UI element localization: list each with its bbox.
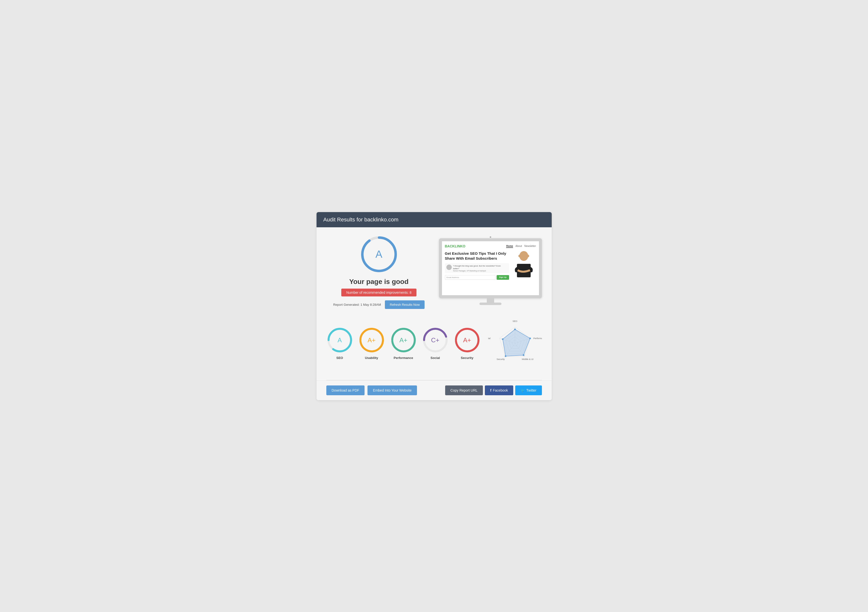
stand-neck [487, 298, 494, 303]
overall-score-section: A Your page is good Number of recommende… [326, 235, 432, 309]
radar-chart: SEO Performance Mobile & UI Security Soc… [488, 319, 542, 368]
monitor-stand [439, 298, 542, 305]
stand-base [479, 303, 502, 305]
score-label-usability: Usability [365, 356, 378, 360]
score-circle-social: C+ [422, 326, 449, 354]
email-input-preview: Email Address [445, 275, 496, 280]
svg-text:Mobile & UI: Mobile & UI [522, 358, 533, 360]
score-item-performance: A+ Performance [390, 326, 417, 360]
refresh-button[interactable]: Refresh Results Now [385, 300, 425, 309]
site-nav-links: Home About Newsletter [506, 245, 536, 248]
svg-point-30 [505, 355, 506, 357]
svg-point-27 [514, 329, 516, 330]
score-grade-performance: A+ [399, 336, 408, 344]
page-status: Your page is good [349, 278, 408, 286]
score-item-usability: A+ Usability [358, 326, 385, 360]
monitor-screen: BACKLINKO Home About Newsletter [439, 238, 542, 298]
site-person [512, 251, 536, 284]
signup-btn-preview: Sign Up [497, 275, 509, 280]
page-title: Audit Results for backlinko.com [323, 216, 398, 223]
facebook-icon: f [490, 388, 491, 392]
person-illustration [512, 251, 536, 283]
email-row: Email Address Sign Up [445, 275, 509, 280]
score-item-social: C+ Social [422, 326, 449, 360]
svg-point-4 [518, 255, 520, 257]
facebook-button[interactable]: f Facebook [485, 385, 513, 395]
overall-grade: A [375, 249, 382, 260]
twitter-button[interactable]: 🐦 Twitter [515, 385, 542, 395]
page-header: Audit Results for backlinko.com [316, 212, 552, 227]
score-circle-usability: A+ [358, 326, 385, 354]
monitor-wrapper: BACKLINKO Home About Newsletter [439, 238, 542, 305]
nav-home: Home [506, 245, 513, 248]
svg-point-5 [527, 255, 529, 257]
score-circle-seo: A [326, 326, 353, 354]
testimonial-author: Kieran Flanagan, VP Marketing at HubSpot [453, 270, 508, 272]
score-grade-usability: A+ [367, 336, 375, 344]
site-headline: Get Exclusive SEO Tips That I Only Share… [445, 251, 509, 261]
report-generated-text: Report Generated: 1 May 8:28AM [333, 303, 381, 306]
footer-right: Copy Report URL f Facebook 🐦 Twitter [445, 385, 542, 395]
site-nav: BACKLINKO Home About Newsletter [445, 244, 536, 248]
footer-section: Download as PDF Embed Into Your Website … [316, 380, 552, 400]
audit-card: Audit Results for backlinko.com A Your p… [316, 212, 552, 400]
overall-circle: A [360, 235, 398, 274]
testimonial-box: "I thought the blog was good. But the ne… [445, 263, 509, 273]
score-circle-performance: A+ [390, 326, 417, 354]
score-item-security: A+ Security [454, 326, 480, 360]
svg-point-28 [529, 337, 531, 339]
radar-container: SEO Performance Mobile & UI Security Soc… [488, 319, 542, 368]
score-grade-security: A+ [463, 336, 471, 344]
main-content: A Your page is good Number of recommende… [316, 227, 552, 380]
improvements-badge: Number of recommended improvements: 8 [341, 289, 416, 297]
score-label-seo: SEO [336, 356, 343, 360]
site-preview: BACKLINKO Home About Newsletter [439, 238, 542, 305]
svg-point-29 [522, 354, 524, 356]
scores-section: A SEO A+ Usability A+ Performance C [326, 316, 542, 373]
nav-about: About [515, 245, 522, 248]
facebook-label: Facebook [493, 388, 508, 392]
score-grade-social: C+ [431, 336, 440, 344]
twitter-icon: 🐦 [521, 388, 525, 392]
twitter-label: Twitter [526, 388, 536, 392]
svg-text:Performance: Performance [533, 337, 542, 340]
svg-text:SEO: SEO [513, 320, 517, 322]
embed-button[interactable]: Embed Into Your Website [367, 385, 417, 395]
score-circle-security: A+ [454, 326, 480, 354]
svg-text:Social: Social [488, 337, 490, 340]
footer-left: Download as PDF Embed Into Your Website [326, 385, 417, 395]
score-label-security: Security [461, 356, 473, 360]
svg-point-31 [502, 339, 504, 340]
download-pdf-button[interactable]: Download as PDF [326, 385, 365, 395]
score-label-social: Social [431, 356, 440, 360]
site-logo: BACKLINKO [445, 244, 465, 248]
top-section: A Your page is good Number of recommende… [326, 235, 542, 309]
nav-newsletter: Newsletter [524, 245, 536, 248]
score-grade-seo: A [338, 336, 342, 344]
score-item-seo: A SEO [326, 326, 353, 360]
monitor-inner: BACKLINKO Home About Newsletter [442, 241, 539, 295]
score-label-performance: Performance [394, 356, 413, 360]
site-hero: Get Exclusive SEO Tips That I Only Share… [445, 251, 536, 284]
testimonial-avatar [446, 264, 452, 270]
site-text: Get Exclusive SEO Tips That I Only Share… [445, 251, 509, 280]
copy-url-button[interactable]: Copy Report URL [445, 385, 483, 395]
svg-point-2 [519, 251, 528, 261]
testimonial-text: "I thought the blog was good. But the ne… [453, 264, 508, 270]
report-info: Report Generated: 1 May 8:28AM Refresh R… [333, 300, 425, 309]
score-items: A SEO A+ Usability A+ Performance C [326, 326, 480, 360]
svg-text:Security: Security [497, 358, 505, 360]
testimonial-content: "I thought the blog was good. But the ne… [453, 264, 508, 272]
